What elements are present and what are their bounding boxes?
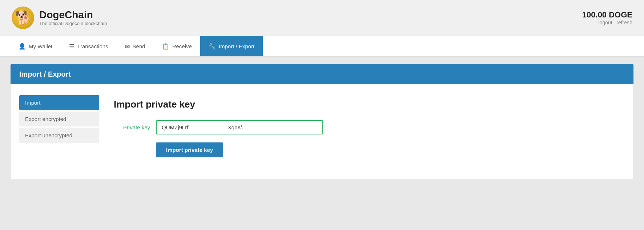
tab-my-wallet[interactable]: 👤 My Wallet xyxy=(10,36,61,56)
tab-transactions-label: Transactions xyxy=(77,43,108,49)
my-wallet-icon: 👤 xyxy=(19,43,26,50)
tab-receive[interactable]: 📋 Receive xyxy=(154,36,200,56)
header-links: logout refresh xyxy=(582,20,632,25)
side-menu: Import Export encrypted Export unencrypt… xyxy=(19,95,99,168)
app-tagline: The official Dogecoin blockchain xyxy=(39,21,107,26)
main-content: Import / Export Import Export encrypted … xyxy=(0,57,644,186)
logo-text: DogeChain The official Dogecoin blockcha… xyxy=(39,9,107,26)
tab-receive-label: Receive xyxy=(172,43,192,49)
logo-icon: 🐕 xyxy=(12,7,34,29)
import-button-row: Import private key xyxy=(114,142,610,157)
menu-import[interactable]: Import xyxy=(19,95,99,110)
balance-display: 100.00 DOGE xyxy=(582,10,632,20)
import-private-key-button[interactable]: Import private key xyxy=(156,142,223,157)
menu-export-encrypted-label: Export encrypted xyxy=(25,116,66,122)
private-key-input[interactable] xyxy=(156,120,323,134)
import-button-label: Import private key xyxy=(166,147,213,153)
private-key-label: Private key xyxy=(114,124,150,130)
section-body: Import Export encrypted Export unencrypt… xyxy=(11,84,633,179)
tab-my-wallet-label: My Wallet xyxy=(29,43,52,49)
import-export-icon: 🔧 xyxy=(209,43,216,50)
header: 🐕 DogeChain The official Dogecoin blockc… xyxy=(0,0,644,36)
tab-send[interactable]: ✉ Send xyxy=(117,36,154,56)
content-title: Import private key xyxy=(114,99,610,110)
refresh-link[interactable]: refresh xyxy=(616,20,632,25)
header-right: 100.00 DOGE logout refresh xyxy=(582,10,632,25)
tab-import-export-label: Import / Export xyxy=(219,43,254,49)
doge-emoji: 🐕 xyxy=(15,11,31,24)
nav-bar: 👤 My Wallet ☰ Transactions ✉ Send 📋 Rece… xyxy=(0,36,644,57)
logo-area: 🐕 DogeChain The official Dogecoin blockc… xyxy=(12,7,107,29)
logout-link[interactable]: logout xyxy=(599,20,612,25)
menu-export-unencrypted[interactable]: Export unencrypted xyxy=(19,128,99,143)
menu-export-encrypted[interactable]: Export encrypted xyxy=(19,112,99,126)
section-title: Import / Export xyxy=(19,70,71,78)
receive-icon: 📋 xyxy=(162,43,169,50)
content-area: Import private key Private key Import pr… xyxy=(99,95,625,168)
tab-import-export[interactable]: 🔧 Import / Export xyxy=(200,36,263,56)
transactions-icon: ☰ xyxy=(69,43,74,50)
section-card: Import / Export Import Export encrypted … xyxy=(10,64,634,179)
private-key-row: Private key xyxy=(114,120,610,134)
menu-import-label: Import xyxy=(25,100,41,106)
tab-send-label: Send xyxy=(133,43,145,49)
app-name: DogeChain xyxy=(39,9,107,21)
tab-transactions[interactable]: ☰ Transactions xyxy=(61,36,116,56)
section-header: Import / Export xyxy=(11,64,633,84)
send-icon: ✉ xyxy=(125,43,130,50)
menu-export-unencrypted-label: Export unencrypted xyxy=(25,132,72,138)
